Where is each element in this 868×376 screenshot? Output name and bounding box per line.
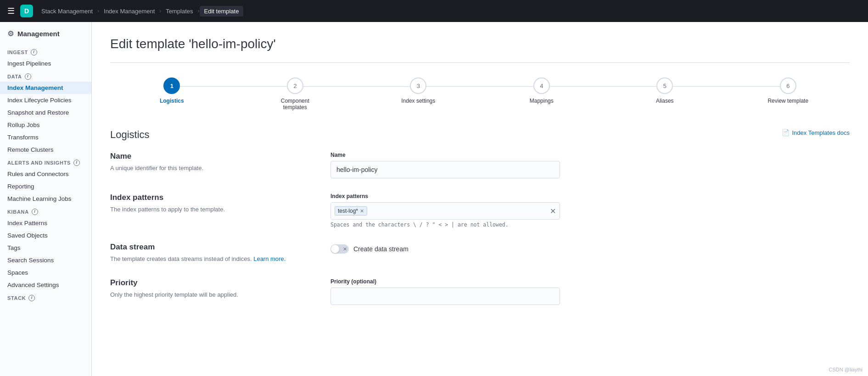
toggle-label: Create data stream [353, 245, 409, 253]
data-stream-title: Data stream [110, 243, 312, 252]
step-label-1: Logistics [160, 98, 184, 104]
docs-icon: 📄 [782, 129, 790, 136]
sidebar-item-ingest-pipelines[interactable]: Ingest Pipelines [0, 57, 91, 70]
breadcrumb-edit-template: Edit template [200, 6, 244, 17]
index-patterns-right: Index patterns test-log* ✕ ✕ Spaces and … [330, 193, 560, 228]
data-stream-desc: The template creates data streams instea… [110, 254, 312, 264]
name-left: Name A unique identifier for this templa… [110, 152, 312, 173]
index-patterns-label: Index patterns [330, 193, 560, 199]
name-form-row: Name A unique identifier for this templa… [110, 152, 850, 178]
step-5[interactable]: 5 Aliases [603, 77, 727, 104]
menu-icon[interactable]: ☰ [6, 4, 17, 18]
breadcrumb-stack-management[interactable]: Stack Management [37, 6, 97, 17]
step-label-2: Componenttemplates [281, 98, 309, 111]
main-content: Edit template 'hello-im-policy' 1 Logist… [92, 22, 868, 376]
clear-all-tags[interactable]: ✕ [550, 207, 556, 216]
priority-right: Priority (optional) [330, 278, 560, 305]
toggle-knob [331, 245, 339, 253]
step-label-3: Index settings [401, 98, 435, 104]
tag-close-0[interactable]: ✕ [360, 209, 364, 214]
step-circle-4: 4 [533, 77, 550, 94]
breadcrumb-index-management[interactable]: Index Management [99, 6, 159, 17]
page-title: Edit template 'hello-im-policy' [110, 37, 850, 51]
sidebar-item-snapshot-restore[interactable]: Snapshot and Restore [0, 106, 91, 119]
breadcrumb-sep-3: › [198, 8, 200, 14]
sidebar: ⚙ Management Ingest i Ingest Pipelines D… [0, 22, 92, 376]
sidebar-item-search-sessions[interactable]: Search Sessions [0, 254, 91, 266]
ingest-info-icon[interactable]: i [31, 49, 37, 55]
sidebar-section-kibana: Kibana i [0, 205, 91, 217]
data-stream-right: ✕ Create data stream [330, 243, 560, 254]
step-circle-5: 5 [656, 77, 673, 94]
toggle-row: ✕ Create data stream [330, 244, 560, 254]
step-4[interactable]: 4 Mappings [480, 77, 604, 104]
layout: ⚙ Management Ingest i Ingest Pipelines D… [0, 22, 868, 376]
sidebar-item-transforms[interactable]: Transforms [0, 131, 91, 144]
sidebar-section-ingest: Ingest i [0, 45, 91, 57]
data-stream-form-row: Data stream The template creates data st… [110, 243, 850, 264]
priority-label: Priority (optional) [330, 278, 560, 285]
breadcrumb: Stack Management › Index Management › Te… [37, 6, 243, 17]
sidebar-section-data: Data i [0, 70, 91, 82]
name-label: Name [330, 152, 560, 158]
sidebar-item-index-lifecycle-policies[interactable]: Index Lifecycle Policies [0, 94, 91, 106]
sidebar-section-stack: Stack i [0, 291, 91, 303]
index-patterns-input[interactable]: test-log* ✕ ✕ [330, 202, 560, 220]
sidebar-item-rules-connectors[interactable]: Rules and Connectors [0, 168, 91, 180]
page-divider [110, 62, 850, 63]
app-logo: D [20, 5, 33, 17]
priority-input[interactable] [330, 288, 560, 305]
footer-watermark: CSDN @liaythi [829, 367, 862, 372]
index-patterns-form-row: Index patterns The index patterns to app… [110, 193, 850, 228]
step-6[interactable]: 6 Review template [727, 77, 850, 104]
priority-left: Priority Only the highest priority templ… [110, 278, 312, 299]
index-pattern-tag-0: test-log* ✕ [335, 206, 367, 216]
name-field-title: Name [110, 152, 312, 161]
section-title: Logistics [110, 129, 150, 141]
sidebar-item-index-patterns[interactable]: Index Patterns [0, 217, 91, 229]
priority-desc: Only the highest priority template will … [110, 290, 312, 299]
index-patterns-desc: The index patterns to apply to the templ… [110, 205, 312, 214]
step-circle-2: 2 [287, 77, 303, 94]
name-input[interactable] [330, 161, 560, 178]
sidebar-item-tags[interactable]: Tags [0, 242, 91, 254]
steps-container: 1 Logistics 2 Componenttemplates 3 Index… [110, 77, 850, 111]
learn-more-link[interactable]: Learn more. [253, 255, 286, 262]
sidebar-item-reporting[interactable]: Reporting [0, 180, 91, 193]
index-patterns-left: Index patterns The index patterns to app… [110, 193, 312, 214]
step-1[interactable]: 1 Logistics [110, 77, 234, 104]
step-label-4: Mappings [530, 98, 554, 104]
data-stream-toggle[interactable]: ✕ [330, 244, 349, 254]
sidebar-item-advanced-settings[interactable]: Advanced Settings [0, 279, 91, 291]
gear-icon: ⚙ [7, 29, 14, 38]
alerts-info-icon[interactable]: i [73, 160, 80, 166]
index-patterns-title: Index patterns [110, 193, 312, 202]
breadcrumb-templates[interactable]: Templates [161, 6, 197, 17]
toggle-x-icon: ✕ [343, 246, 347, 252]
step-circle-3: 3 [410, 77, 426, 94]
priority-title: Priority [110, 278, 312, 288]
logistics-section: Logistics 📄 Index Templates docs Name A … [110, 129, 850, 305]
sidebar-item-remote-clusters[interactable]: Remote Clusters [0, 144, 91, 156]
section-header: Logistics 📄 Index Templates docs [110, 129, 850, 141]
sidebar-title: Management [17, 30, 60, 38]
sidebar-item-index-management[interactable]: Index Management [0, 82, 91, 94]
data-stream-left: Data stream The template creates data st… [110, 243, 312, 264]
sidebar-section-alerts: Alerts and Insights i [0, 156, 91, 168]
docs-link[interactable]: 📄 Index Templates docs [782, 129, 850, 136]
docs-link-text: Index Templates docs [792, 129, 850, 136]
stack-info-icon[interactable]: i [28, 295, 35, 301]
name-right: Name [330, 152, 560, 178]
topbar: ☰ D Stack Management › Index Management … [0, 0, 868, 22]
sidebar-item-spaces[interactable]: Spaces [0, 266, 91, 279]
sidebar-item-ml-jobs[interactable]: Machine Learning Jobs [0, 193, 91, 205]
sidebar-item-saved-objects[interactable]: Saved Objects [0, 229, 91, 242]
step-label-5: Aliases [656, 98, 674, 104]
step-2[interactable]: 2 Componenttemplates [234, 77, 357, 111]
step-3[interactable]: 3 Index settings [357, 77, 480, 104]
name-field-desc: A unique identifier for this template. [110, 164, 312, 173]
kibana-info-icon[interactable]: i [32, 209, 38, 215]
data-info-icon[interactable]: i [25, 73, 31, 80]
sidebar-item-rollup-jobs[interactable]: Rollup Jobs [0, 119, 91, 131]
priority-form-row: Priority Only the highest priority templ… [110, 278, 850, 305]
